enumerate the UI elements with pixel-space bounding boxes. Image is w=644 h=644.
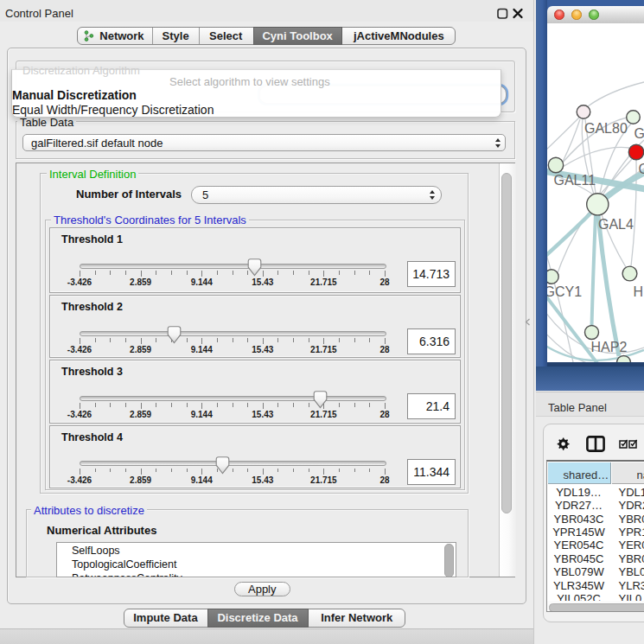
svg-text:GA: GA: [634, 126, 644, 141]
svg-text:GAL4: GAL4: [598, 217, 634, 232]
svg-text:GAL80: GAL80: [584, 121, 628, 136]
svg-text:C: C: [639, 162, 644, 176]
svg-text:H: H: [634, 284, 644, 299]
svg-text:GCY1: GCY1: [547, 284, 582, 299]
svg-text:GAL11: GAL11: [554, 173, 596, 188]
svg-text:HAP2: HAP2: [591, 340, 628, 354]
